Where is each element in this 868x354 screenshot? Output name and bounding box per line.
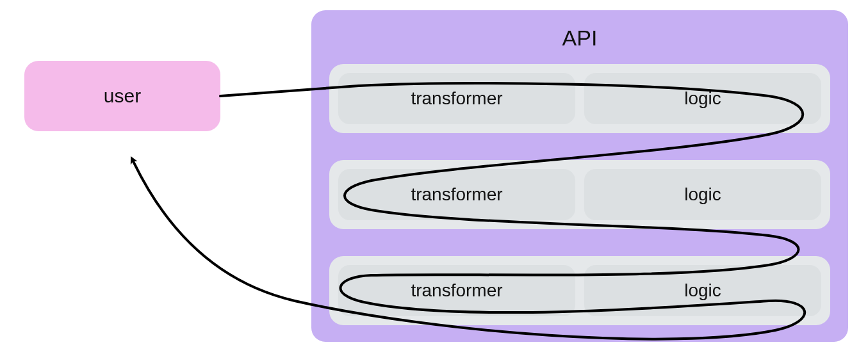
api-container: API transformer logic transformer logic … bbox=[311, 10, 848, 342]
logic-cell-3: logic bbox=[584, 265, 821, 316]
logic-label-1: logic bbox=[684, 88, 721, 109]
transformer-label-3: transformer bbox=[411, 280, 502, 301]
transformer-label-2: transformer bbox=[411, 184, 502, 205]
api-row-1: transformer logic bbox=[329, 64, 830, 133]
api-title: API bbox=[311, 26, 848, 51]
api-row-3: transformer logic bbox=[329, 256, 830, 325]
logic-label-3: logic bbox=[684, 280, 721, 301]
logic-cell-2: logic bbox=[584, 169, 821, 220]
transformer-cell-3: transformer bbox=[338, 265, 575, 316]
transformer-cell-2: transformer bbox=[338, 169, 575, 220]
user-label: user bbox=[104, 85, 141, 107]
api-row-2: transformer logic bbox=[329, 160, 830, 229]
logic-label-2: logic bbox=[684, 184, 721, 205]
user-node: user bbox=[24, 61, 220, 131]
transformer-label-1: transformer bbox=[411, 88, 502, 109]
transformer-cell-1: transformer bbox=[338, 73, 575, 124]
logic-cell-1: logic bbox=[584, 73, 821, 124]
